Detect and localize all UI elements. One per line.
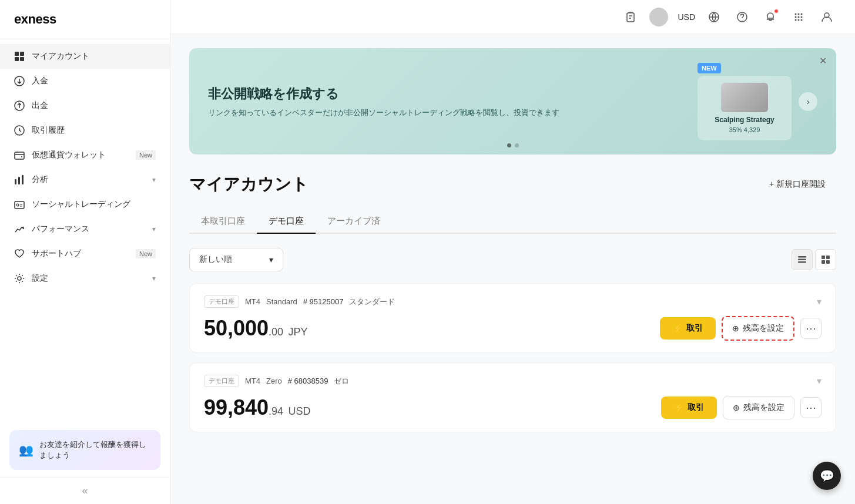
nav-menu: マイアカウント 入金 出金 取引履歴 仮想通貨ウォレット New	[0, 39, 170, 423]
account-platform: MT4	[245, 377, 260, 385]
account-actions: ⚡ 取引 ⊕ 残高を設定 ⋯	[661, 396, 822, 419]
sidebar-item-withdraw[interactable]: 出金	[0, 93, 170, 118]
help-icon[interactable]	[733, 8, 752, 26]
svg-rect-11	[15, 201, 24, 209]
trade-button-1[interactable]: ⚡ 取引	[660, 317, 716, 340]
svg-rect-10	[22, 175, 24, 184]
banner-card-stats: 35% 4,329	[707, 126, 782, 133]
account-tabs: 本取引口座 デモ口座 アーカイブ済	[189, 210, 836, 234]
wallet-icon	[14, 150, 25, 160]
sidebar-item-trade-history[interactable]: 取引履歴	[0, 118, 170, 143]
sidebar-item-label: サポートハブ	[32, 248, 129, 259]
more-options-button-1[interactable]: ⋯	[800, 318, 822, 339]
svg-point-19	[801, 13, 803, 15]
banner-subtitle: リンクを知っているインベスターだけが非公開ソーシャルトレーディング戦略を閲覧し、…	[208, 107, 698, 118]
currency-label[interactable]: USD	[678, 12, 695, 22]
heart-icon	[14, 248, 25, 259]
svg-point-23	[795, 19, 797, 21]
banner-next-button[interactable]: ›	[799, 92, 817, 111]
account-card-2-header: デモ口座 MT4 Zero # 68038539 ゼロ ▾	[204, 375, 822, 387]
apps-grid-icon[interactable]	[789, 8, 808, 26]
account-name: スタンダード	[349, 297, 395, 307]
account-name: ゼロ	[334, 376, 349, 387]
chevron-down-icon[interactable]: ▾	[817, 296, 822, 307]
account-card-1-header: デモ口座 MT4 Standard # 95125007 スタンダード ▾	[204, 295, 822, 308]
account-balance-row: 99,840.94 USD ⚡ 取引 ⊕ 残高を設定 ⋯	[204, 395, 822, 420]
header: USD	[170, 0, 855, 34]
sidebar-item-my-account[interactable]: マイアカウント	[0, 44, 170, 69]
sort-dropdown[interactable]: 新しい順 ▾	[189, 248, 283, 271]
chevron-down-icon[interactable]: ▾	[817, 375, 822, 387]
settings-icon	[14, 273, 25, 284]
banner-image-area: NEW Scalping Strategy 35% 4,329 ›	[698, 62, 817, 140]
user-icon[interactable]	[817, 8, 836, 26]
banner-close-button[interactable]: ✕	[819, 55, 827, 66]
account-number: # 95125007	[303, 297, 344, 306]
chevron-down-icon: ▾	[152, 225, 156, 233]
account-platform: MT4	[245, 297, 260, 306]
refresh-icon: ⊕	[733, 403, 740, 412]
avatar[interactable]	[649, 8, 668, 26]
svg-rect-7	[15, 152, 24, 159]
sidebar-collapse-button[interactable]: «	[0, 477, 170, 504]
bell-icon[interactable]	[761, 8, 780, 26]
logo-text: exness	[14, 12, 56, 26]
sidebar-item-settings[interactable]: 設定 ▾	[0, 266, 170, 291]
banner-dot-2[interactable]	[515, 143, 519, 147]
account-type: Zero	[266, 377, 282, 385]
sidebar-item-label: 設定	[32, 273, 145, 284]
chat-button[interactable]: 💬	[813, 462, 841, 490]
notification-dot	[774, 9, 779, 14]
sidebar-item-analytics[interactable]: 分析 ▾	[0, 167, 170, 192]
tab-real[interactable]: 本取引口座	[189, 210, 257, 234]
sidebar-item-performance[interactable]: パフォーマンス ▾	[0, 217, 170, 241]
sidebar: exness マイアカウント 入金 出金 取引履歴	[0, 0, 170, 504]
list-view-button[interactable]	[792, 249, 813, 270]
page-title: マイアカウント	[189, 173, 309, 196]
sidebar-item-support[interactable]: サポートハブ New	[0, 241, 170, 266]
svg-rect-0	[15, 52, 19, 56]
account-balance: 99,840.94 USD	[204, 395, 311, 420]
more-options-button-2[interactable]: ⋯	[800, 397, 822, 418]
account-type: Standard	[266, 297, 297, 306]
grid-view-button[interactable]	[815, 249, 836, 270]
svg-point-12	[16, 204, 19, 206]
account-actions: ⚡ 取引 ⊕ 残高を設定 ⋯	[660, 316, 822, 341]
grid-icon	[14, 51, 25, 62]
svg-point-25	[801, 19, 803, 21]
banner-dot-1[interactable]	[507, 143, 511, 147]
banner-dots	[507, 143, 519, 147]
svg-rect-28	[798, 259, 806, 261]
svg-rect-9	[18, 177, 20, 184]
withdraw-icon	[14, 100, 25, 111]
set-balance-button-1[interactable]: ⊕ 残高を設定	[722, 316, 794, 341]
account-number: # 68038539	[288, 377, 328, 385]
sidebar-item-label: 分析	[32, 174, 145, 185]
tab-archive[interactable]: アーカイブ済	[316, 210, 392, 234]
set-balance-button-2[interactable]: ⊕ 残高を設定	[723, 396, 794, 419]
sidebar-item-crypto-wallet[interactable]: 仮想通貨ウォレット New	[0, 143, 170, 167]
svg-point-22	[801, 16, 803, 18]
globe-icon[interactable]	[705, 8, 723, 26]
balance-currency: JPY	[289, 326, 308, 338]
new-badge: New	[136, 150, 156, 160]
view-toggle	[792, 249, 836, 270]
tab-demo[interactable]: デモ口座	[257, 210, 316, 234]
chevron-down-icon: ▾	[152, 176, 156, 184]
svg-point-20	[795, 16, 797, 18]
trade-button-2[interactable]: ⚡ 取引	[661, 397, 717, 419]
sidebar-item-deposit[interactable]: 入金	[0, 69, 170, 93]
sidebar-item-label: 仮想通貨ウォレット	[32, 150, 129, 160]
account-balance-row: 50,000.00 JPY ⚡ 取引 ⊕ 残高を設定 ⋯	[204, 316, 822, 341]
new-account-button[interactable]: + 新規口座開設	[759, 173, 836, 196]
demo-badge: デモ口座	[204, 295, 239, 308]
sidebar-item-label: ソーシャルトレーディング	[32, 199, 156, 210]
chat-icon: 💬	[820, 469, 834, 483]
banner-text: 非公開戦略を作成する リンクを知っているインベスターだけが非公開ソーシャルトレー…	[208, 85, 698, 118]
referral-box[interactable]: 👥 お友達を紹介して報酬を獲得しましょう	[9, 430, 160, 470]
clipboard-icon[interactable]	[621, 8, 640, 26]
svg-rect-1	[20, 52, 24, 56]
logo: exness	[0, 0, 170, 39]
sidebar-item-label: マイアカウント	[32, 51, 156, 62]
sidebar-item-social-trading[interactable]: ソーシャルトレーディング	[0, 192, 170, 217]
